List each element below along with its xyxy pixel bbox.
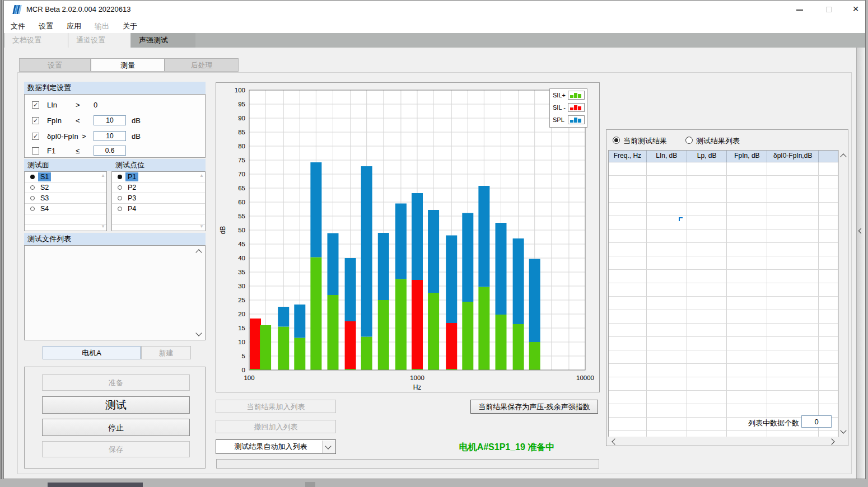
scroll-right-icon[interactable]: [828, 438, 834, 444]
criteria-name: LIn: [47, 101, 57, 109]
bar-spl: [327, 233, 338, 296]
auto-add-combobox[interactable]: 测试结果自动加入列表: [216, 439, 336, 454]
point-item-P2[interactable]: P2: [112, 182, 205, 193]
table-cell: [609, 176, 647, 189]
table-hscrollbar[interactable]: [608, 437, 838, 446]
list-count-input[interactable]: [801, 415, 832, 428]
combobox-dropdown-button[interactable]: [322, 441, 335, 453]
bar-spl: [446, 236, 457, 324]
tab-1[interactable]: 通道设置: [68, 33, 130, 48]
surface-item-S2[interactable]: S2: [25, 182, 106, 193]
minimize-button[interactable]: [787, 1, 813, 18]
subtab-1[interactable]: 测量: [91, 58, 165, 72]
table-cell: [819, 364, 838, 377]
maximize-button[interactable]: [816, 1, 842, 18]
surface-item-S1[interactable]: S1: [25, 172, 106, 182]
x-axis-label: Hz: [413, 383, 422, 391]
subtab-0[interactable]: 设置: [19, 58, 91, 72]
file-list-scroll-down-icon[interactable]: [195, 330, 202, 336]
criteria-value-input[interactable]: [94, 146, 126, 156]
surface-item-S3[interactable]: S3: [25, 193, 106, 204]
save-button[interactable]: 保存: [42, 441, 190, 457]
table-row: [609, 377, 838, 391]
criteria-checkbox-0[interactable]: ✓: [32, 101, 39, 109]
file-list-header: 测试文件列表: [24, 233, 206, 245]
radio-current-result[interactable]: [613, 137, 620, 144]
table-cell: [647, 391, 687, 404]
list-scroll-up-icon[interactable]: ▲: [199, 174, 204, 178]
table-cell: [609, 404, 647, 417]
menu-item-2[interactable]: 应用: [60, 18, 88, 31]
table-cell: [687, 230, 727, 242]
table-cell: [727, 243, 767, 256]
menu-item-0[interactable]: 文件: [4, 18, 32, 31]
subtab-2[interactable]: 后处理: [165, 58, 239, 72]
prepare-button[interactable]: 准备: [42, 374, 190, 391]
bar-sil-plus: [478, 287, 489, 371]
point-item-P1[interactable]: P1: [112, 172, 205, 182]
save-as-pressure-button[interactable]: 当前结果保存为声压-残余声强指数: [470, 400, 598, 414]
table-cell: [647, 350, 687, 363]
surface-empty-row: [25, 214, 106, 225]
new-button[interactable]: 新建: [141, 346, 191, 359]
point-item-P4[interactable]: P4: [112, 204, 205, 214]
file-list-scroll-up-icon[interactable]: [195, 249, 202, 255]
table-cell: [819, 189, 838, 202]
criteria-checkbox-3[interactable]: [32, 147, 39, 154]
right-splitter[interactable]: [856, 48, 865, 479]
table-cell: [767, 431, 819, 437]
table-cell: [819, 256, 838, 269]
column-header[interactable]: δpI0-FpIn,dB: [767, 151, 819, 162]
column-header[interactable]: FpIn, dB: [727, 151, 767, 162]
point-item-P3[interactable]: P3: [112, 193, 205, 204]
criteria-name: FpIn: [47, 116, 62, 125]
y-tick-label: 45: [238, 241, 245, 247]
tab-2[interactable]: 声强测试: [131, 33, 195, 48]
bar-spl: [345, 258, 356, 321]
table-cell: [687, 216, 727, 229]
list-scroll-down-icon[interactable]: ▼: [199, 224, 204, 229]
criteria-value-input[interactable]: [94, 115, 126, 125]
scroll-down-icon[interactable]: [840, 427, 846, 433]
list-scroll-up-icon[interactable]: ▲: [101, 174, 105, 178]
close-button[interactable]: ×: [843, 1, 868, 18]
table-cell: [767, 230, 819, 242]
radio-result-list[interactable]: [685, 137, 693, 144]
file-list-header-label: 测试文件列表: [27, 235, 71, 243]
menu-item-4[interactable]: 关于: [116, 18, 144, 31]
y-tick-label: 0: [242, 367, 245, 373]
file-list[interactable]: [24, 245, 206, 340]
menu-item-1[interactable]: 设置: [32, 18, 60, 31]
undo-add-button[interactable]: 撤回加入列表: [216, 420, 336, 433]
criteria-value-input[interactable]: [94, 131, 126, 141]
column-header[interactable]: LIn, dB: [647, 151, 687, 162]
motor-a-button[interactable]: 电机A: [43, 346, 141, 359]
scroll-left-icon[interactable]: [612, 438, 618, 444]
table-cell: [687, 256, 727, 269]
results-table: Freq., HzLIn, dBLp, dBFpIn, dBδpI0-FpIn,…: [608, 150, 838, 437]
add-current-result-button[interactable]: 当前结果加入列表: [216, 400, 336, 413]
criteria-checkbox-1[interactable]: ✓: [32, 117, 39, 124]
stop-button[interactable]: 停止: [42, 419, 190, 436]
column-header-empty[interactable]: [819, 151, 838, 162]
criteria-operator: >: [82, 132, 86, 141]
column-header[interactable]: Lp, dB: [687, 151, 727, 162]
table-cell: [687, 297, 727, 310]
surface-item-S4[interactable]: S4: [25, 204, 106, 214]
close-icon: ×: [852, 3, 858, 15]
x-tick-label: 100: [244, 374, 254, 381]
table-cell: [767, 216, 819, 229]
test-button[interactable]: 测试: [42, 396, 190, 414]
table-vscrollbar[interactable]: [838, 150, 848, 437]
table-cell: [727, 391, 767, 404]
surface-item-label: S1: [38, 172, 51, 181]
criteria-checkbox-2[interactable]: ✓: [32, 133, 39, 140]
tab-0[interactable]: 文档设置: [4, 33, 68, 48]
y-tick-label: 95: [238, 101, 245, 107]
menu-item-3[interactable]: 输出: [88, 18, 116, 31]
list-scroll-down-icon[interactable]: ▼: [101, 224, 105, 229]
scroll-up-icon[interactable]: [840, 153, 846, 160]
splitter-expand-icon[interactable]: [858, 228, 864, 234]
column-header[interactable]: Freq., Hz: [609, 151, 647, 162]
titlebar: MCR Beta 2.02.0.004 20220613 ×: [4, 1, 865, 18]
